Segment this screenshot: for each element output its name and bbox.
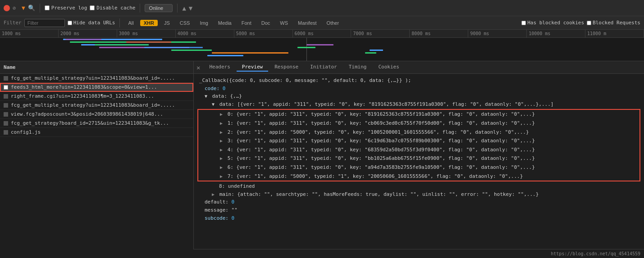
timeline-area: 1000 ms 2000 ms 3000 ms 4000 ms 5000 ms … <box>0 30 644 61</box>
disable-cache-checkbox[interactable]: Disable cache <box>90 5 135 11</box>
filter-type-media[interactable]: Media <box>215 20 235 26</box>
data-array-line[interactable]: ▼ data: [{ver: "1", appid: "311", typeid… <box>197 100 640 109</box>
status-url: https://blog.csdn.net/qq_45414559 <box>551 251 640 256</box>
filter-type-font[interactable]: Font <box>238 20 255 26</box>
filter-type-doc[interactable]: Doc <box>258 20 274 26</box>
blocked-requests-checkbox[interactable]: Blocked Requests <box>587 20 640 26</box>
array-item-6[interactable]: ▶ 6: {ver: "1", appid: "311", typeid: "0… <box>198 163 639 172</box>
filter-input[interactable] <box>24 19 65 27</box>
data-expand-line[interactable]: ▼ data: {,…} <box>197 92 640 100</box>
separator-2 <box>140 4 140 13</box>
filter-label: Filter <box>4 20 22 26</box>
array-item-3[interactable]: ▶ 3: {ver: "1", appid: "311", typeid: "0… <box>198 136 639 145</box>
request-list: fcg_get_multiple_strategy?uin=1223411083… <box>0 74 194 258</box>
filter-type-manifest[interactable]: Manifest <box>294 20 320 26</box>
main-line[interactable]: ▶ main: {attach: "", searchtype: "", has… <box>197 190 640 199</box>
array-item-2[interactable]: ▶ 2: {ver: "1", appid: "5000", typeid: "… <box>198 128 639 137</box>
arrow-6[interactable]: ▶ <box>220 165 223 170</box>
arrow-3[interactable]: ▶ <box>220 138 223 143</box>
arrow-0[interactable]: ▶ <box>220 112 223 117</box>
filter-type-img[interactable]: Img <box>196 20 211 26</box>
tab-preview[interactable]: Preview <box>237 63 268 72</box>
filter-type-js[interactable]: JS <box>160 20 174 26</box>
bar-5 <box>171 50 212 51</box>
bar-10 <box>370 50 383 51</box>
main-content: fcg_get_multiple_strategy?uin=1223411083… <box>0 74 644 258</box>
request-item-6[interactable]: fcg_get_strategy?board_id=2715&uin=12234… <box>0 119 193 128</box>
tick-11000: 11000 m <box>585 30 644 37</box>
default-line: default: 0 <box>197 198 640 206</box>
array-item-4[interactable]: ▶ 4: {ver: "1", appid: "311", typeid: "0… <box>198 145 639 154</box>
bar-1b <box>65 39 101 40</box>
tab-cookies[interactable]: Cookies <box>373 63 405 72</box>
tab-headers[interactable]: Headers <box>204 63 235 72</box>
tick-6000: 6000 ms <box>293 30 352 37</box>
filter-type-xhr[interactable]: XHR <box>140 20 158 26</box>
clear-icon[interactable]: ⊘ <box>13 5 19 11</box>
arrow-2[interactable]: ▶ <box>220 130 223 135</box>
request-item-4[interactable]: fcg_get_multiple_strategy?uin=1223411083… <box>0 101 193 110</box>
has-blocked-cookies-checkbox[interactable]: Has blocked cookies <box>521 20 584 26</box>
arrow-1[interactable]: ▶ <box>220 121 223 126</box>
name-column-header: Name <box>0 61 194 73</box>
array-item-0[interactable]: ▶ 0: {ver: "1", appid: "311", typeid: "0… <box>198 110 639 119</box>
bar-11 <box>365 52 376 54</box>
req-icon-7 <box>4 130 8 135</box>
filter-bar: Filter Hide data URLs All XHR JS CSS Img… <box>0 16 644 30</box>
close-button[interactable]: ✕ <box>196 64 200 71</box>
bar-7 <box>207 55 243 56</box>
bar-2b <box>126 41 171 43</box>
filter-icon[interactable]: ▼ <box>22 5 25 11</box>
data-array-expand-arrow[interactable]: ▼ <box>212 102 215 107</box>
tab-initiator[interactable]: Initiator <box>305 63 343 72</box>
arrow-7[interactable]: ▶ <box>220 174 223 179</box>
array-item-7[interactable]: ▶ 7: {ver: "1", appid: "5000", typeid: "… <box>198 172 639 181</box>
filter-type-other[interactable]: Other <box>323 20 343 26</box>
tick-9000: 9000 ms <box>468 30 527 37</box>
req-icon-3 <box>4 94 8 99</box>
filter-type-ws[interactable]: WS <box>276 20 292 26</box>
detail-panel: _Callback({code: 0, subcode: 0, message:… <box>194 74 644 258</box>
req-icon-4 <box>4 103 8 108</box>
tab-response[interactable]: Response <box>269 63 304 72</box>
tab-timing[interactable]: Timing <box>343 63 372 72</box>
arrow-4[interactable]: ▶ <box>220 147 223 152</box>
request-item-1[interactable]: fcg_get_multiple_strategy?uin=1223411083… <box>0 74 193 83</box>
code-line: code: 0 <box>197 85 640 93</box>
tick-5000: 5000 ms <box>234 30 293 37</box>
main-expand-arrow[interactable]: ▶ <box>212 192 215 197</box>
request-item-7[interactable]: config1.js <box>0 128 193 137</box>
status-bar: https://blog.csdn.net/qq_45414559 <box>193 249 644 258</box>
filter-type-css[interactable]: CSS <box>176 20 194 26</box>
request-item-2[interactable]: feeds3_html_more?uin=1223411083&scope=0&… <box>0 83 193 92</box>
bar-8 <box>306 44 333 45</box>
preview-content: _Callback({code: 0, subcode: 0, message:… <box>194 74 644 258</box>
array-item-5[interactable]: ▶ 5: {ver: "1", appid: "311", typeid: "0… <box>198 154 639 163</box>
download-icon[interactable]: ▼ <box>189 5 192 12</box>
arrow-5[interactable]: ▶ <box>220 156 223 161</box>
array-item-1[interactable]: ▶ 1: {ver: "1", appid: "311", typeid: "0… <box>198 119 639 128</box>
search-icon[interactable]: 🔍 <box>28 5 35 11</box>
callback-line: _Callback({code: 0, subcode: 0, message:… <box>197 77 640 85</box>
request-item-3[interactable]: right_frame.cgi?uin=1223411083¶m=3_12234… <box>0 92 193 101</box>
subcode-line: subcode: 0 <box>197 214 640 222</box>
bar-4b <box>144 47 203 48</box>
hide-data-urls-checkbox[interactable]: Hide data URLs <box>68 20 115 26</box>
preserve-log-checkbox[interactable]: Preserve log <box>45 5 87 11</box>
data-expand-arrow[interactable]: ▼ <box>205 94 207 99</box>
request-item-5[interactable]: view.fcg?adposcount=3&posid=206038986143… <box>0 110 193 119</box>
separator-1 <box>40 4 40 13</box>
array-item-8: 8: undefined <box>197 182 640 190</box>
record-icon[interactable] <box>4 5 10 11</box>
detail-tabs: ✕ Headers Preview Response Initiator Tim… <box>194 61 644 74</box>
tick-8000: 8000 ms <box>410 30 468 37</box>
req-icon-1 <box>4 76 8 81</box>
filter-type-all[interactable]: All <box>124 20 137 26</box>
upload-icon[interactable]: ▲ <box>182 5 186 12</box>
bar-6 <box>212 52 288 54</box>
tick-2000: 2000 ms <box>59 30 117 37</box>
tick-4000: 4000 ms <box>176 30 234 37</box>
req-icon-2 <box>4 85 8 90</box>
tick-1000: 1000 ms <box>0 30 59 37</box>
network-throttle-select[interactable]: Online <box>145 4 173 12</box>
